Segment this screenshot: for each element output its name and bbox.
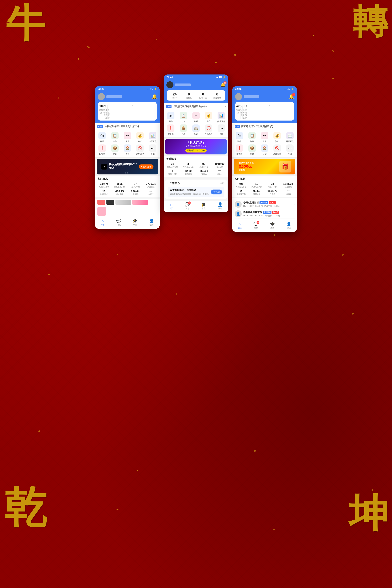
icon-goods-circle-right: 🛍: [236, 132, 243, 139]
nav-home-label-center: 首页: [169, 207, 173, 210]
banner-center-banner[interactable]: 「达人广场」 为您精准匹配带货达人 即刻进入达人广场 ▶: [165, 139, 227, 154]
icon-compliance-center[interactable]: 🚫 违规管理: [203, 124, 214, 136]
rt-clicks-left: 3505 商品点击人数: [112, 182, 127, 188]
icon-package-center[interactable]: 📦 包裹: [178, 124, 189, 136]
nav-mine-left[interactable]: 👤 我的: [149, 218, 154, 226]
streamer-avatar-2: 👤: [234, 210, 242, 217]
realtime-title-left: 实时概况: [95, 176, 160, 182]
nav-mine-center[interactable]: 👤 我的: [218, 202, 223, 210]
icon-aftersale-left[interactable]: ↩ 售后: [122, 132, 133, 143]
icon-aftersale-circle-left: ↩: [124, 132, 131, 139]
icon-service-left[interactable]: ❗ 服务单: [97, 144, 108, 156]
icon-goods-center[interactable]: 🛍 商品: [165, 112, 176, 123]
icon-luopan-circle-center: 📊: [218, 112, 225, 119]
nav-learn-center[interactable]: 🎓 学堂: [201, 202, 206, 210]
time-center: 22:45: [166, 76, 173, 78]
home-icon-center: ⌂: [170, 202, 172, 207]
nav-home-right[interactable]: ⌂ 首页: [238, 222, 242, 230]
streamer-avatar-1: 👤: [234, 201, 242, 208]
icon-asset-right[interactable]: 💰 资产: [272, 132, 283, 143]
streamer-item-1[interactable]: 👤 华哥5直播带货 累计报名 直播人 05/28 19:02 - 05/28 2…: [234, 200, 294, 209]
icon-order-left[interactable]: 📋 订单: [109, 132, 120, 143]
icon-package-circle-left: 📦: [111, 144, 118, 152]
realtime-title-right: 实时概况: [232, 176, 297, 182]
nav-mine-label-right: 我的: [287, 227, 291, 230]
task-center: ▪ 任务中心 全部 设置客服电话、短信提醒 设置客服电话&短信提醒，接收售后订单…: [165, 180, 227, 199]
icon-shop-left[interactable]: 🏠 店铺: [122, 144, 133, 156]
icon-package-left[interactable]: 📦 包裹: [109, 144, 120, 156]
ann-text-center: 《高频违规问题规则解读白皮书》: [173, 105, 224, 108]
icon-all-center[interactable]: ⋯ 全部: [216, 124, 227, 136]
announcement-center[interactable]: 公告 《高频违规问题规则解读白皮书》 ›: [164, 103, 228, 110]
announcement-right[interactable]: 公告 商家违规行为管理规则解读 (3) ›: [232, 123, 297, 130]
time-right: 22:45: [235, 88, 242, 90]
icon-shop-center[interactable]: 🏠 店铺: [190, 124, 202, 136]
rt-withdrawable-left: 226.64 可提现: [128, 190, 142, 196]
nav-learn-right[interactable]: 🎓 学堂: [270, 222, 275, 230]
mine-icon-left: 👤: [149, 218, 154, 223]
icon-goods-right[interactable]: 🛍 商品: [234, 132, 245, 143]
icon-shop-right[interactable]: 🏠 店铺: [259, 144, 270, 156]
icon-service-center[interactable]: ❗ 服务单: [165, 124, 176, 136]
realtime-grid-right: 491 商品总访客数 10 商品点击人数 38 成交订单数 1741.24 成交…: [232, 182, 297, 197]
nav-home-left[interactable]: ⌂ 首页: [101, 219, 105, 226]
color-bars-left: [95, 199, 160, 206]
bell-center[interactable]: 🔔 28: [220, 82, 226, 88]
shop-name-center: [175, 84, 191, 86]
gold-char-zhuan-top: 轉: [353, 4, 388, 39]
icon-goods-circle-left: 🛍: [98, 132, 106, 139]
nav-mine-right[interactable]: 👤 我的: [286, 222, 291, 230]
bell-right[interactable]: 🔔 15: [289, 94, 294, 99]
avatar-left: [98, 93, 105, 100]
expand-left[interactable]: ∨: [110, 104, 156, 120]
expand-right[interactable]: ∨: [247, 104, 293, 120]
icon-aftersale-center[interactable]: ↩ 售后: [190, 112, 202, 123]
ann-arrow-left: ›: [156, 125, 158, 128]
nav-msg-left[interactable]: 💬 消息: [116, 218, 121, 226]
icon-order-circle-center: 📋: [180, 112, 187, 119]
banner-left[interactable]: ♪ 抖店店铺装修PK赛-618专场 ▶ 立即报名: [97, 159, 158, 174]
bar-pink-left: [132, 200, 148, 204]
icon-service-right[interactable]: ❗ 服务单: [234, 144, 245, 156]
nav-msg-label-center: 消息: [186, 207, 189, 210]
icon-order-center[interactable]: 📋 订单: [178, 112, 189, 123]
icon-compliance-right[interactable]: 🚫 违规管理: [272, 144, 283, 156]
stat-daifahuo-left: 10 待发货: [99, 104, 103, 120]
gold-char-niu: 牛: [6, 4, 45, 43]
icon-aftersale-circle-center: ↩: [192, 112, 200, 119]
task-btn[interactable]: 去完成: [211, 190, 222, 194]
icon-asset-left[interactable]: 💰 资产: [134, 132, 146, 143]
banner-btn-left[interactable]: ▶ 立即报名: [139, 164, 154, 169]
streamer-item-2[interactable]: 👤 胖脸说机直播带货 累计报名 达成人 05/28 17:01 - 05/28 …: [234, 209, 294, 219]
nav-msg-center[interactable]: 💬 25 消息: [185, 202, 190, 210]
bell-left[interactable]: 🔔: [152, 94, 157, 99]
nav-learn-label-right: 学堂: [270, 227, 274, 230]
icon-goods-left[interactable]: 🛍 商品: [97, 132, 108, 143]
stat-daishouhou-right: 2 待售后: [240, 104, 242, 120]
icon-luopan-left[interactable]: 📊 抖店罗盘: [147, 132, 158, 143]
icon-asset-center[interactable]: 💰 资产: [203, 112, 214, 123]
icon-service-circle-center: ❗: [167, 124, 174, 132]
nav-msg-badge-center: 25: [188, 202, 191, 204]
nav-home-center[interactable]: ⌂ 首页: [169, 202, 173, 210]
rt-custom-left: ••• 自定义: [144, 190, 158, 196]
icon-all-right[interactable]: ⋯ 全部: [284, 144, 295, 156]
announcement-left[interactable]: 公告 《平台营销活动基础规则》第二课 ›: [95, 123, 160, 130]
thumb-area-left: [95, 206, 160, 217]
icon-luopan-center[interactable]: 📊 抖店罗盘: [216, 112, 227, 123]
icon-compliance-left[interactable]: 🚫 违规管理: [134, 144, 146, 156]
icon-package-right[interactable]: 📦 包裹: [246, 144, 257, 156]
icon-service-circle-right: ❗: [236, 144, 243, 152]
avatar-row-left: [98, 93, 122, 100]
rt-amount-right: 1741.24 成交金额: [281, 182, 295, 188]
icon-luopan-right[interactable]: 📊 抖店罗盘: [284, 132, 295, 143]
banner-right-banner[interactable]: 邀好友开店最高 拿5000元 流量券 🎁: [234, 159, 295, 174]
nav-msg-right[interactable]: 💬 12 消息: [254, 222, 258, 230]
icon-aftersale-right[interactable]: ↩ 售后: [259, 132, 270, 143]
nav-learn-left[interactable]: 🎓 学堂: [133, 218, 138, 226]
banner-center-btn[interactable]: 即刻进入达人广场 ▶: [186, 148, 207, 152]
icon-all-left[interactable]: ⋯ 全部: [147, 144, 158, 156]
icon-order-right[interactable]: 📋 订单: [246, 132, 257, 143]
icon-asset-circle-center: 💰: [205, 112, 212, 119]
rt-withdrawable-center: 763.61 可提现: [196, 169, 211, 175]
